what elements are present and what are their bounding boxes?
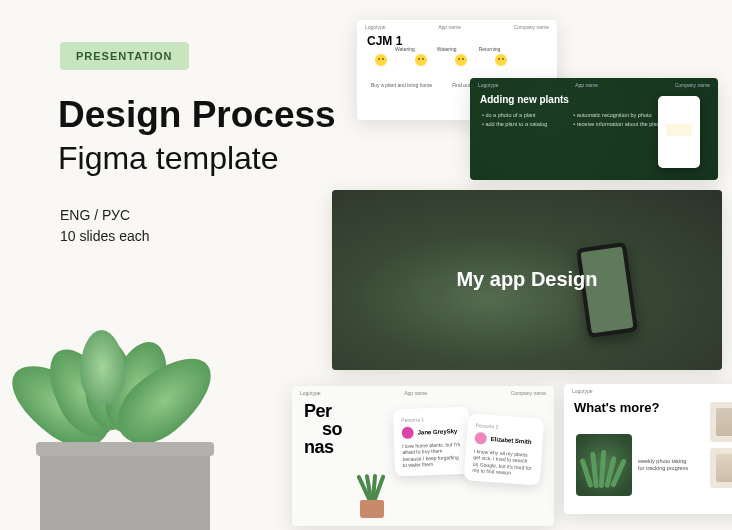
persona-1-head: Persona 1 <box>401 415 461 423</box>
persona-1-name: Jane GreySky <box>418 428 458 436</box>
persona-2-quote: I know why all my plants get sick. I tri… <box>472 448 534 477</box>
main-title: Design Process <box>58 95 336 136</box>
slide-company: Company name <box>514 24 549 30</box>
succulent-decoration <box>0 300 240 530</box>
slide-logotype: Logotype <box>300 390 321 396</box>
persona-2-head: Persona 2 <box>475 422 535 432</box>
slide-logotype: Logotype <box>478 82 499 88</box>
spiky-plant-icon <box>576 434 632 496</box>
presentation-badge: PRESENTATION <box>60 42 189 70</box>
slide-company: Company name <box>675 82 710 88</box>
whats-more-title: What's more? <box>574 400 732 415</box>
slide-personas: Logotype App name Company name Per so na… <box>292 386 554 526</box>
emoji-icon <box>455 54 467 66</box>
cjm-bottom-1: Buy a plant and bring home <box>371 82 432 88</box>
emoji-icon <box>415 54 427 66</box>
meta-slides-count: 10 slides each <box>60 226 150 247</box>
slide-myapp-design: Logotype App name Company name My app De… <box>332 190 722 370</box>
persona-2-name: Elizabet Smith <box>490 436 531 445</box>
emoji-icon <box>495 54 507 66</box>
emoji-icon <box>375 54 387 66</box>
slide-whats-more: Logotype Company name What's more? weekl… <box>564 384 732 514</box>
persona-card-1: Persona 1 Jane GreySky I love home plant… <box>393 407 471 477</box>
meta-languages: ENG / РУС <box>60 205 150 226</box>
thumbnail-1 <box>710 402 732 442</box>
myapp-title: My app Design <box>332 268 722 291</box>
thumbnail-2 <box>710 448 732 488</box>
adding-list-left-1: • do a photo of a plant <box>482 111 547 120</box>
slide-company: Company name <box>511 390 546 396</box>
slides-collage: Logotype App name Company name CJM 1 Wat… <box>302 0 732 530</box>
main-subtitle: Figma template <box>58 140 279 177</box>
cjm-step-2: Watering <box>437 46 457 52</box>
slide-logotype: Logotype <box>572 388 593 394</box>
avatar-icon <box>474 432 487 445</box>
cjm-step-3: Returning <box>479 46 501 52</box>
slide-appname: App name <box>438 24 461 30</box>
whats-more-text: weekly photo taking for tracking progres… <box>638 458 694 472</box>
slide-logotype: Logotype <box>365 24 386 30</box>
adding-list-left-2: • add the plant to a catalog <box>482 120 547 129</box>
slide-adding-plants: Logotype App name Company name Adding ne… <box>470 78 718 180</box>
persona-1-quote: I love home plants, but I'm afraid to bu… <box>402 441 463 468</box>
meta-info: ENG / РУС 10 slides each <box>60 205 150 247</box>
persona-card-2: Persona 2 Elizabet Smith I know why all … <box>464 413 544 485</box>
avatar-icon <box>401 427 413 439</box>
cjm-step-1: Watering <box>395 46 415 52</box>
slide-appname: App name <box>575 82 598 88</box>
phone-mockup-icon <box>658 96 700 168</box>
slide-appname: App name <box>404 390 427 396</box>
small-plant-icon <box>352 462 392 518</box>
